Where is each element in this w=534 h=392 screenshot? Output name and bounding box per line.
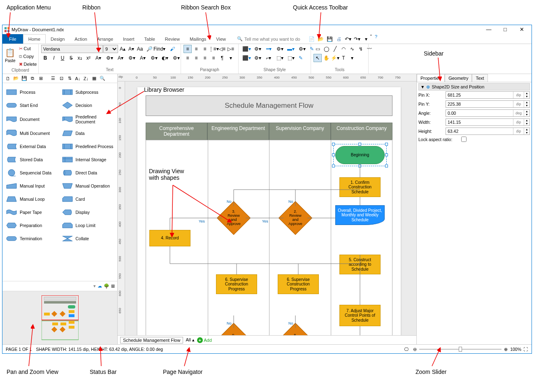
shape-swatch[interactable]: Stored Data [4,153,60,166]
lib-za-icon[interactable]: Z↓ [82,75,90,82]
prop-input[interactable] [446,101,513,107]
tab-properties[interactable]: Properties [417,74,445,82]
font-color-icon[interactable]: A▾ [93,54,104,62]
connector-tool-icon[interactable]: ↯ [357,45,365,53]
fit-page-icon[interactable]: ⛶ [524,347,528,352]
shape-3-decision[interactable]: 3. Review and Approve [222,206,246,230]
shape-7[interactable]: 7. Adjust Major Control Points of Schedu… [339,305,381,326]
spin-down[interactable]: ▼ [524,113,529,116]
tab-view[interactable]: View [211,34,231,44]
find-button[interactable]: 🔎Find▾ [144,45,167,53]
qat-open-icon[interactable]: 📂 [317,35,325,43]
lib-tree-icon[interactable]: 🌳 [104,283,109,289]
pen-tool-icon[interactable]: ✎ [297,54,305,62]
qat-save-icon[interactable]: 💾 [326,35,334,43]
spin-down[interactable]: ▼ [524,122,529,125]
spin-up[interactable]: ▲ [524,128,529,131]
shape-swatch[interactable]: Start End [4,99,60,112]
font-select[interactable]: Verdana [41,45,103,53]
spin-down[interactable]: ▼ [524,104,529,107]
line-opt-icon[interactable]: ⚙▾ [274,45,285,53]
spin-down[interactable]: ▼ [524,95,529,98]
shadow-opt-icon[interactable]: ⚙▾ [252,54,263,62]
fill-icon[interactable]: ⬛▾ [241,45,252,53]
lib-save-icon[interactable]: 💾 [21,75,28,82]
shape-swatch[interactable]: Preparation [4,219,60,232]
prop-input[interactable] [446,119,513,125]
qat-redo-icon[interactable]: ↷▾ [353,35,361,43]
connect-tool-icon[interactable]: ⚡▾ [331,54,339,62]
page-tab[interactable]: Schedule Management Flow [120,337,183,343]
rect-tool-icon[interactable]: ▭ [313,45,322,53]
bold-icon[interactable]: B [41,54,49,62]
prop-input[interactable] [446,110,513,116]
shadow-style-icon[interactable]: ⬛▾ [241,54,252,62]
more-fx-icon[interactable]: ⚙▾ [171,54,181,62]
italic-icon[interactable]: I [50,54,58,62]
pan-tool-icon[interactable]: ✋ [322,54,330,62]
spin-up[interactable]: ▲ [524,101,529,104]
all-pages-button[interactable]: All ▴ [186,337,194,343]
valign-mid-icon[interactable]: ≡ [192,54,200,62]
shadow-icon[interactable]: ◐▾ [160,54,170,62]
tab-text[interactable]: Text [472,74,488,82]
shape-6a[interactable]: 6. Supervise Construction Progress [216,274,257,294]
shape-5[interactable]: 5. Construct according to Schedule [339,255,381,274]
lib-open-icon[interactable]: 📂 [12,75,20,82]
prop-input[interactable] [446,92,513,98]
lib-home-icon[interactable]: ⊞ [111,283,115,289]
file-menu[interactable]: File [2,34,23,44]
line-icon[interactable]: ━▾ [263,45,274,53]
freehand-tool-icon[interactable]: 〰 [365,45,374,53]
shape-swatch[interactable]: Manual Operation [60,179,116,193]
lib-sort-icon[interactable]: ⇅ [66,75,73,82]
indent-dec-icon[interactable]: ◁≡ [218,45,226,53]
view-normal-icon[interactable]: 🖵 [404,347,409,352]
help-icon[interactable]: ? [375,34,377,44]
shape-swatch[interactable]: Direct Data [60,166,116,179]
paste-button[interactable]: 📋 Paste [5,45,16,65]
arrow-opt-icon[interactable]: ⚙▾ [297,45,307,53]
spin-up[interactable]: ▲ [524,119,529,122]
shape-swatch[interactable]: Manual Input [4,179,60,193]
lib-grid-icon[interactable]: ⊡ [58,75,65,82]
shape-swatch[interactable]: Decision [60,99,116,112]
qat-print-icon[interactable]: 🖨 [335,35,343,43]
shape-2-decision[interactable]: 2. Review and Approve [283,206,307,230]
cut-button[interactable]: ✂Cut [17,45,39,52]
ribbon-search-input[interactable] [244,37,302,42]
shape-swatch[interactable]: Data [60,127,116,140]
spin-up[interactable]: ▲ [524,92,529,95]
prop-input[interactable] [446,128,513,135]
indent-inc-icon[interactable]: ▷≡ [227,45,235,53]
shape-4[interactable]: 4. Record [149,230,190,246]
shape-swatch[interactable]: Display [60,206,116,219]
curve-tool-icon[interactable]: ∿ [348,45,356,53]
qat-undo-icon[interactable]: ↶▾ [344,35,352,43]
pointer-tool-icon[interactable]: ↖ [313,54,322,62]
format-painter-icon[interactable]: 🖌 [168,45,176,53]
highlight-icon[interactable]: ⚙▾ [126,54,137,62]
tab-review[interactable]: Review [160,34,185,44]
tools-more-icon[interactable]: ▾ [348,54,356,62]
more-text-icon[interactable]: ⚙▾ [149,54,159,62]
strikethrough-icon[interactable]: S̶ [67,54,75,62]
zoom-slider[interactable]: ⊖ ⊕ 100% ⛶ [413,347,528,352]
shape-swatch[interactable]: Card [60,193,116,206]
minimize-button[interactable]: — [481,25,497,34]
shape-swatch[interactable]: Document [4,112,60,127]
lib-copy-icon[interactable]: ⧉ [29,75,36,82]
shape-swatch[interactable]: Paper Tape [4,206,60,219]
shape-swatch[interactable]: Termination [4,232,60,245]
decrease-font-icon[interactable]: A▾ [127,45,135,53]
justify-icon[interactable]: ≡ [209,54,218,62]
line-tool-icon[interactable]: ╱ [331,45,339,53]
tab-insert[interactable]: Insert [118,34,139,44]
prop-section-header[interactable]: ▼ ⊕ Shape2D Size and Position [418,83,530,90]
arrow-icon[interactable]: ▬▾ [286,45,296,53]
delete-button[interactable]: ✖Delete [17,60,39,68]
tab-action[interactable]: Action [70,34,92,44]
bullet-icon[interactable]: ⋮≡▾ [209,45,218,53]
collapse-ribbon-icon[interactable]: ˄ [370,34,372,44]
shape-doc[interactable]: Overall, Divided Project, Monthly and We… [335,205,385,225]
